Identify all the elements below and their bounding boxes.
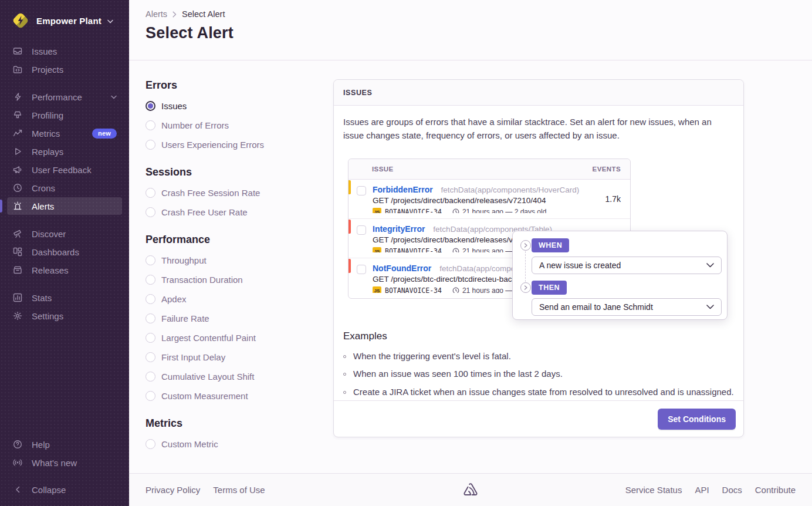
sidebar-item-issues[interactable]: Issues bbox=[7, 42, 122, 60]
sidebar-item-metrics[interactable]: Metrics new bbox=[7, 124, 122, 142]
issue-transaction: GET /projects/direct/backend/releases/v7… bbox=[373, 196, 587, 205]
sidebar: Empower Plant Issues Projects Performanc… bbox=[0, 0, 129, 506]
issue-age: 21 hours ago — 2 days old bbox=[462, 208, 546, 213]
project-slug: BOTANAVOICE-34 bbox=[385, 208, 442, 213]
issue-title-link[interactable]: ForbiddenError bbox=[373, 185, 433, 194]
chevron-right-circle-icon bbox=[520, 240, 531, 251]
then-action-select[interactable]: Send an email to Jane Schmidt bbox=[532, 298, 722, 316]
radio-cumulative-layout-shift[interactable]: Cumulative Layout Shift bbox=[146, 370, 333, 383]
performance-icon bbox=[12, 92, 23, 102]
radio-users-experiencing-errors[interactable]: Users Experiencing Errors bbox=[146, 138, 333, 151]
chevron-down-icon bbox=[706, 305, 714, 309]
bullet-icon bbox=[343, 373, 346, 376]
table-row[interactable]: ForbiddenError fetchData(app/components/… bbox=[349, 180, 630, 219]
radio-crash-free-user-rate[interactable]: Crash Free User Rate bbox=[146, 205, 333, 218]
sentry-org-logo bbox=[11, 11, 31, 31]
contribute-link[interactable]: Contribute bbox=[755, 485, 796, 495]
section-errors: Errors Issues Number of Errors Users Exp… bbox=[146, 79, 333, 151]
radio-button[interactable] bbox=[146, 120, 155, 130]
radio-transaction-duration[interactable]: Transaction Duration bbox=[146, 273, 333, 286]
bullet-icon bbox=[343, 355, 346, 358]
alerts-icon bbox=[12, 201, 23, 211]
radio-apdex[interactable]: Apdex bbox=[146, 292, 333, 305]
table-header: ISSUE EVENTS bbox=[349, 159, 630, 180]
radio-crash-free-session-rate[interactable]: Crash Free Session Rate bbox=[146, 186, 333, 199]
sidebar-item-whats-new[interactable]: What's new bbox=[7, 454, 122, 471]
level-bar bbox=[349, 180, 351, 194]
sidebar-item-stats[interactable]: Stats bbox=[7, 289, 122, 306]
issue-title-link[interactable]: NotFoundError bbox=[373, 264, 431, 273]
terms-of-use-link[interactable]: Terms of Use bbox=[213, 485, 265, 495]
org-switcher[interactable]: Empower Plant bbox=[7, 8, 122, 39]
section-performance: Performance Throughput Transaction Durat… bbox=[146, 234, 333, 402]
page-footer: Privacy Policy Terms of Use Service Stat… bbox=[129, 473, 812, 506]
page-title: Select Alert bbox=[146, 24, 812, 42]
set-conditions-button[interactable]: Set Conditions bbox=[658, 409, 736, 430]
sidebar-item-performance[interactable]: Performance bbox=[7, 88, 122, 106]
radio-button[interactable] bbox=[146, 275, 155, 285]
docs-link[interactable]: Docs bbox=[722, 485, 742, 495]
nav-group-main: Issues Projects bbox=[7, 42, 122, 79]
examples-title: Examples bbox=[343, 330, 734, 342]
footer-right-links: Service Status API Docs Contribute bbox=[625, 485, 796, 495]
radio-button[interactable] bbox=[146, 294, 155, 304]
row-checkbox[interactable] bbox=[357, 265, 366, 274]
api-link[interactable]: API bbox=[695, 485, 709, 495]
radio-button[interactable] bbox=[146, 101, 155, 111]
sidebar-item-crons[interactable]: Crons bbox=[7, 179, 122, 197]
sidebar-item-profiling[interactable]: Profiling bbox=[7, 106, 122, 124]
user-feedback-icon bbox=[12, 165, 23, 175]
then-badge: THEN bbox=[532, 281, 567, 295]
sidebar-item-user-feedback[interactable]: User Feedback bbox=[7, 161, 122, 178]
sidebar-collapse-button[interactable]: Collapse bbox=[7, 481, 122, 498]
radio-button[interactable] bbox=[146, 333, 155, 343]
sidebar-item-alerts[interactable]: Alerts bbox=[7, 197, 122, 215]
nav-group-admin: Stats Settings bbox=[7, 289, 122, 325]
example-item: Create a JIRA ticket when an issue chang… bbox=[343, 386, 734, 399]
service-status-link[interactable]: Service Status bbox=[625, 485, 682, 495]
radio-number-of-errors[interactable]: Number of Errors bbox=[146, 119, 333, 131]
sidebar-item-dashboards[interactable]: Dashboards bbox=[7, 243, 122, 261]
radio-button[interactable] bbox=[146, 439, 155, 449]
page-header: Alerts Select Alert Select Alert bbox=[129, 0, 812, 60]
radio-button[interactable] bbox=[146, 188, 155, 198]
radio-button[interactable] bbox=[146, 391, 155, 401]
nav-group-explore: Discover Dashboards Releases bbox=[7, 225, 122, 279]
sidebar-item-help[interactable]: Help bbox=[7, 436, 122, 453]
row-checkbox[interactable] bbox=[357, 186, 366, 195]
issue-title-link[interactable]: IntegrityError bbox=[373, 224, 425, 234]
breadcrumb-alerts[interactable]: Alerts bbox=[146, 9, 167, 19]
radio-button[interactable] bbox=[146, 255, 155, 265]
sidebar-item-replays[interactable]: Replays bbox=[7, 143, 122, 160]
privacy-policy-link[interactable]: Privacy Policy bbox=[146, 485, 200, 495]
when-condition-select[interactable]: A new issue is created bbox=[532, 257, 722, 274]
issues-icon bbox=[12, 46, 23, 56]
radio-failure-rate[interactable]: Failure Rate bbox=[146, 312, 333, 325]
sidebar-item-projects[interactable]: Projects bbox=[7, 60, 122, 78]
radio-button[interactable] bbox=[146, 372, 155, 382]
chevron-right-icon bbox=[172, 11, 177, 18]
sidebar-item-settings[interactable]: Settings bbox=[7, 307, 122, 325]
radio-button[interactable] bbox=[146, 207, 155, 217]
radio-button[interactable] bbox=[146, 140, 155, 150]
radio-custom-measurement[interactable]: Custom Measurement bbox=[146, 389, 333, 402]
clock-icon bbox=[452, 287, 459, 293]
radio-throughput[interactable]: Throughput bbox=[146, 254, 333, 267]
radio-issues[interactable]: Issues bbox=[146, 99, 333, 112]
sidebar-item-discover[interactable]: Discover bbox=[7, 225, 122, 242]
section-title: Sessions bbox=[146, 166, 333, 178]
help-icon bbox=[12, 440, 23, 450]
chevron-down-icon bbox=[111, 95, 117, 99]
radio-button[interactable] bbox=[146, 352, 155, 362]
metrics-icon bbox=[12, 129, 23, 139]
sidebar-item-releases[interactable]: Releases bbox=[7, 261, 122, 279]
section-title: Performance bbox=[146, 234, 333, 246]
radio-custom-metric[interactable]: Custom Metric bbox=[146, 437, 333, 450]
row-checkbox[interactable] bbox=[357, 225, 366, 235]
radio-button[interactable] bbox=[146, 313, 155, 323]
radio-largest-contentful-paint[interactable]: Largest Contentful Paint bbox=[146, 331, 333, 344]
radio-first-input-delay[interactable]: First Input Delay bbox=[146, 350, 333, 363]
when-badge: WHEN bbox=[532, 238, 569, 252]
gear-icon bbox=[12, 311, 23, 321]
section-sessions: Sessions Crash Free Session Rate Crash F… bbox=[146, 166, 333, 218]
